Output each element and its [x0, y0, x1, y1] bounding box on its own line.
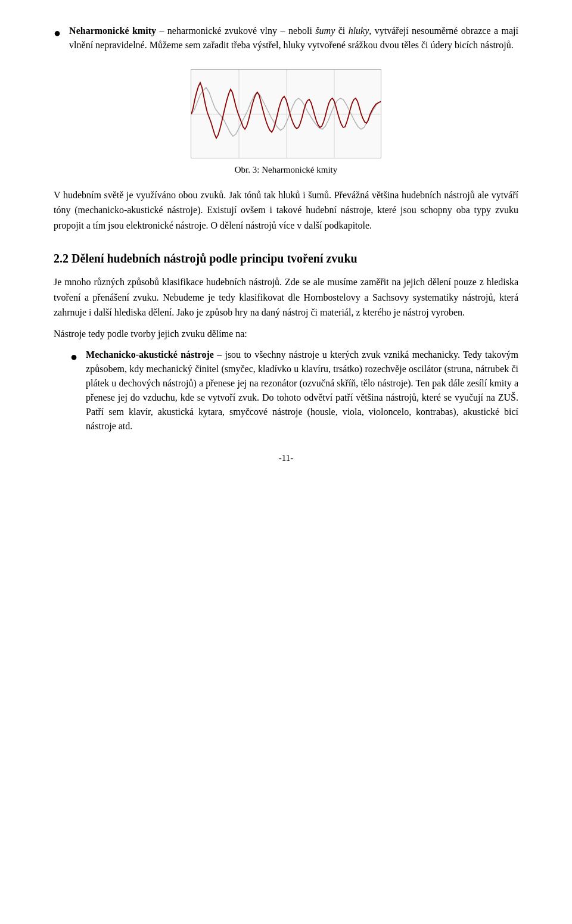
nested-bullet-item-mechanicko: ● Mechanicko-akustické nástroje – jsou t… — [70, 348, 518, 433]
figure-caption: Obr. 3: Neharmonické kmity — [235, 163, 337, 177]
bullet-section-neharmonicke: ● Neharmonické kmity – neharmonické zvuk… — [54, 24, 518, 52]
bullet-text-ci: či — [335, 26, 348, 36]
page-number: -11- — [54, 451, 518, 465]
waveform-chart — [191, 69, 381, 158]
section-title: Dělení hudebních nástrojů podle principu… — [72, 252, 358, 265]
para2: Je mnoho různých způsobů klasifikace hud… — [54, 274, 518, 320]
bullet-bold-label: Neharmonické kmity — [69, 26, 156, 36]
bullet-italic-sumy: šumy — [315, 26, 335, 36]
waveform-svg — [191, 70, 381, 158]
bullet-text-neharmonicke: Neharmonické kmity – neharmonické zvukov… — [69, 24, 518, 52]
nested-bullet-text-mechanicko: Mechanicko-akustické nástroje – jsou to … — [86, 348, 518, 433]
nested-bullet-dot: ● — [70, 348, 77, 366]
bullet-italic-hluky: hluky — [349, 26, 369, 36]
bullet-item-neharmonicke: ● Neharmonické kmity – neharmonické zvuk… — [54, 24, 518, 52]
nested-bullet-bold-label: Mechanicko-akustické nástroje — [86, 349, 214, 360]
nested-bullet-text-content: – jsou to všechny nástroje u kterých zvu… — [86, 349, 518, 431]
figure-container: Obr. 3: Neharmonické kmity — [185, 69, 387, 177]
para1: V hudebním světě je využíváno obou zvuků… — [54, 188, 518, 233]
nested-bullet-mechanicko: ● Mechanicko-akustické nástroje – jsou t… — [70, 348, 518, 433]
bullet-text-part1: – neharmonické zvukové vlny – neboli — [156, 26, 315, 36]
page: ● Neharmonické kmity – neharmonické zvuk… — [0, 0, 572, 924]
para3: Nástroje tedy podle tvorby jejich zvuku … — [54, 326, 518, 342]
bullet-dot: ● — [54, 24, 61, 42]
section-number: 2.2 — [54, 252, 69, 265]
section-heading-2-2: 2.2 Dělení hudebních nástrojů podle prin… — [54, 249, 518, 267]
